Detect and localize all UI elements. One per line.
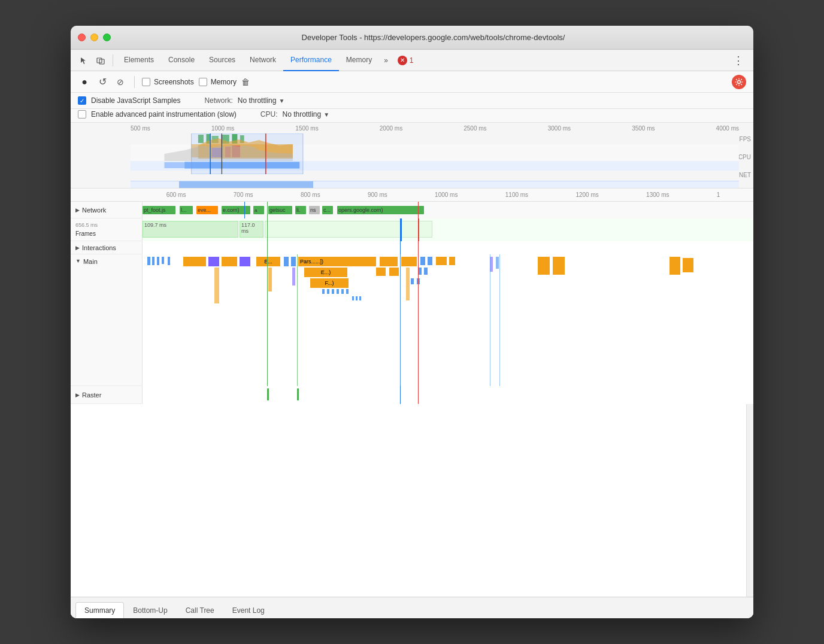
ov-label-2500: 2500 ms <box>463 125 486 132</box>
settings-button[interactable] <box>732 75 746 89</box>
ov-label-1500: 1500 ms <box>295 125 318 132</box>
main-bar-y8 <box>553 257 565 275</box>
tab-sources[interactable]: Sources <box>202 50 243 71</box>
main-bar-s2 <box>327 289 329 294</box>
advanced-paint-option[interactable]: Enable advanced paint instrumentation (s… <box>78 110 237 119</box>
mark-600: 600 ms <box>166 192 186 198</box>
tab-network[interactable]: Network <box>243 50 283 71</box>
ov-label-2000: 2000 ms <box>380 125 402 132</box>
cpu-dropdown-arrow: ▼ <box>323 111 329 118</box>
interactions-expand-icon[interactable]: ▶ <box>75 245 80 251</box>
ov-label-3500: 3500 ms <box>632 125 655 132</box>
network-select[interactable]: No throttling ▼ <box>238 96 285 105</box>
window-title: Developer Tools - https://developers.goo… <box>120 33 746 42</box>
main-bar-b2 <box>152 257 154 265</box>
vline-red-interact <box>418 241 419 254</box>
main-bar-y2 <box>222 257 237 266</box>
cursor-icon[interactable] <box>75 52 92 69</box>
device-icon[interactable] <box>92 52 109 69</box>
tab-performance[interactable]: Performance <box>283 50 339 71</box>
more-tabs-button[interactable]: » <box>379 56 393 65</box>
frames-track-label: 656.5 ms Frames <box>71 218 143 241</box>
main-bar-y11 <box>376 268 386 276</box>
screenshots-checkbox[interactable] <box>142 78 150 86</box>
disable-js-checkbox[interactable]: ✓ <box>78 96 86 105</box>
disable-js-samples-option[interactable]: ✓ Disable JavaScript Samples <box>78 96 180 105</box>
main-bar-y6 <box>449 257 455 265</box>
empty-track-area <box>71 404 753 597</box>
selection-range-bar[interactable] <box>131 181 739 188</box>
main-track-label[interactable]: ▼ Main <box>71 254 143 385</box>
tab-memory[interactable]: Memory <box>339 50 379 71</box>
clear-button[interactable]: 🗑 <box>241 77 250 87</box>
more-options-button[interactable]: ⋮ <box>728 54 749 67</box>
main-bar-y12 <box>389 268 399 276</box>
disable-js-label: Disable JavaScript Samples <box>91 96 180 105</box>
tab-elements[interactable]: Elements <box>117 50 161 71</box>
tab-event-log[interactable]: Event Log <box>223 602 274 618</box>
main-bar-b6 <box>284 257 289 266</box>
network-label: Network: <box>204 96 232 105</box>
interactions-track-label[interactable]: ▶ Interactions <box>71 241 143 254</box>
main-bar-e2: E...) <box>304 268 347 277</box>
summary-tab-label: Summary <box>84 606 115 615</box>
main-subbar-3 <box>292 268 295 285</box>
tab-call-tree[interactable]: Call Tree <box>177 602 223 618</box>
tracks: ▶ Network pt_foot.js l... eve... e.com) … <box>71 202 753 597</box>
fps-label: FPS <box>740 136 751 142</box>
timeline-overview[interactable]: 500 ms 1000 ms 1500 ms 2000 ms 2500 ms 3… <box>71 123 753 189</box>
raster-expand-icon[interactable]: ▶ <box>75 392 80 398</box>
titlebar: Developer Tools - https://developers.goo… <box>71 26 753 50</box>
mark-800: 800 ms <box>301 192 320 198</box>
record-button[interactable]: ● <box>78 75 91 89</box>
main-bar-pars: Pars......]) <box>298 257 376 266</box>
minimize-button[interactable] <box>90 34 98 41</box>
svg-rect-20 <box>192 133 303 174</box>
options-row-2: Enable advanced paint instrumentation (s… <box>71 109 753 123</box>
main-bar-b5 <box>168 257 170 265</box>
main-bar-s5 <box>341 289 344 294</box>
network-label: Network <box>82 206 106 214</box>
tab-summary[interactable]: Summary <box>75 602 124 618</box>
overview-chart <box>131 133 739 174</box>
error-badge: ✕ 1 <box>393 56 419 65</box>
raster-track-label[interactable]: ▶ Raster <box>71 386 143 403</box>
mark-700: 700 ms <box>234 192 253 198</box>
raster-green-1 <box>267 388 269 400</box>
memory-checkbox-label[interactable]: Memory <box>199 78 237 86</box>
main-bar-y10 <box>683 258 693 272</box>
main-bar-s6 <box>346 289 349 294</box>
main-bar-s7 <box>352 296 354 300</box>
reload-button[interactable]: ↺ <box>96 75 109 89</box>
vline-red-raster <box>418 386 419 404</box>
frame-block-2: 117.0 ms <box>240 221 263 238</box>
vline-green-main <box>267 254 268 386</box>
screenshots-checkbox-label[interactable]: Screenshots <box>142 78 194 86</box>
net-bar-7: li. <box>295 206 306 214</box>
main-bar-b7 <box>291 257 296 266</box>
net-bar-2: l... <box>180 206 193 214</box>
ov-label-1000: 1000 ms <box>211 125 234 132</box>
network-expand-icon[interactable]: ▶ <box>75 207 80 213</box>
close-button[interactable] <box>78 34 86 41</box>
main-expand-icon[interactable]: ▼ <box>75 258 81 264</box>
main-subbar-4 <box>406 268 410 300</box>
error-icon: ✕ <box>398 56 407 65</box>
ov-label-500: 500 ms <box>131 125 150 132</box>
cpu-select[interactable]: No throttling ▼ <box>282 110 329 119</box>
interactions-track-content <box>143 241 753 254</box>
event-log-tab-label: Event Log <box>232 606 265 615</box>
tab-console[interactable]: Console <box>161 50 202 71</box>
net-bar-9: c... <box>322 206 333 214</box>
tab-bottom-up[interactable]: Bottom-Up <box>124 602 176 618</box>
memory-checkbox[interactable] <box>199 78 207 86</box>
memory-label: Memory <box>211 78 237 86</box>
main-subbar-6 <box>496 257 499 269</box>
mark-1300: 1300 ms <box>646 192 669 198</box>
advanced-paint-checkbox[interactable] <box>78 110 86 119</box>
raster-track-content <box>143 386 753 404</box>
network-track-label[interactable]: ▶ Network <box>71 202 143 218</box>
interactions-label: Interactions <box>82 244 116 251</box>
stop-button[interactable]: ⊘ <box>114 75 127 89</box>
maximize-button[interactable] <box>103 34 111 41</box>
